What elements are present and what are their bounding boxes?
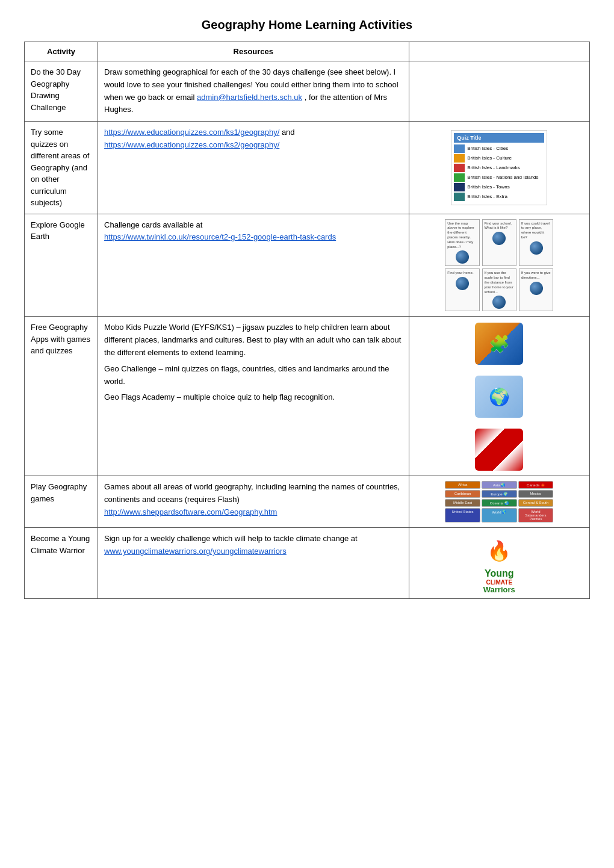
earth-card-2: Find your school. What is it like? — [482, 219, 516, 267]
email-link-1[interactable]: admin@hartsfield.herts.sch.uk — [197, 93, 302, 102]
activity-cell-6: Become a Young Climate Warrior — [25, 528, 98, 599]
table-row: Free Geography Apps with games and quizz… — [25, 317, 590, 476]
activity-label-1: Do the 30 Day Geography Drawing Challeng… — [31, 67, 81, 112]
earth-card-1: Use the map above to explore the differe… — [445, 219, 479, 267]
young-warriors-logo: 🔥 Young CLIMATE Warriors — [415, 533, 583, 594]
warrior-link[interactable]: www.youngclimatewarriors.org/youngclimat… — [104, 547, 287, 556]
table-row: Try some quizzes on different areas of G… — [25, 122, 590, 214]
image-cell-earth: Use the map above to explore the differe… — [409, 214, 589, 317]
image-cell-warrior: 🔥 Young CLIMATE Warriors — [409, 528, 589, 599]
activity-label-3: Explore Google Earth — [31, 220, 85, 241]
sheppard-world: World 🌎 — [482, 508, 517, 522]
earth-cards-image: Use the map above to explore the differe… — [445, 219, 553, 312]
quiz-url-1[interactable]: https://www.educationquizzes.com/ks1/geo… — [104, 128, 279, 137]
flags-image — [475, 429, 523, 471]
image-cell-apps — [409, 317, 589, 476]
yw-warriors-text: Warriors — [483, 586, 515, 594]
quiz-mockup-image: Quiz Title British Isles - Cities Britis… — [451, 130, 547, 205]
activity-label-6: Become a Young Climate Warrior — [31, 534, 90, 555]
resources-cell-6: Sign up for a weekly challenge which wil… — [98, 528, 409, 599]
sheppard-central: Central & South — [518, 499, 554, 507]
sheppard-asia: Asia 🌏 — [482, 481, 517, 489]
earth-text-3: Challenge cards available at — [104, 220, 202, 229]
activity-cell-2: Try some quizzes on different areas of G… — [25, 122, 98, 214]
activity-cell-1: Do the 30 Day Geography Drawing Challeng… — [25, 61, 98, 122]
quiz-title-bar: Quiz Title — [454, 133, 544, 143]
activity-cell-5: Play Geography games — [25, 476, 98, 528]
sheppard-link[interactable]: http://www.sheppardsoftware.com/Geograph… — [104, 507, 277, 516]
earth-card-6: If you were to give directions... — [519, 268, 553, 311]
quiz-link-1: https://www.educationquizzes.com/ks1/geo… — [104, 128, 295, 137]
earth-card-5: If you use the scale bar to find the dis… — [482, 268, 516, 311]
image-cell-quiz: Quiz Title British Isles - Cities Britis… — [409, 122, 589, 214]
page-title: Geography Home Learning Activities — [24, 18, 590, 32]
earth-card-4: Find your home. — [445, 268, 479, 311]
sheppard-europe: Europe 🌍 — [482, 490, 517, 498]
header-image — [409, 42, 589, 61]
mobo-app-image — [475, 323, 523, 365]
resources-cell-1: Draw something geographical for each of … — [98, 61, 409, 122]
yw-young-text: Young — [485, 569, 514, 578]
activity-cell-4: Free Geography Apps with games and quizz… — [25, 317, 98, 476]
resources-cell-3: Challenge cards available at https://www… — [98, 214, 409, 317]
table-row: Play Geography games Games about all are… — [25, 476, 590, 528]
resources-cell-2: https://www.educationquizzes.com/ks1/geo… — [98, 122, 409, 214]
sheppard-united: United States — [445, 508, 480, 522]
resources-text-1: Draw something geographical for each of … — [104, 67, 398, 114]
quiz-row-2: British Isles - Culture — [454, 154, 544, 163]
geo-challenge-image — [475, 376, 523, 418]
apps-para-2: Geo Challenge – mini quizzes on flags, c… — [104, 363, 402, 388]
table-row: Explore Google Earth Challenge cards ava… — [25, 214, 590, 317]
sheppard-caribbean: Caribbean — [445, 490, 480, 498]
activity-label-5: Play Geography games — [31, 482, 87, 503]
activity-cell-3: Explore Google Earth — [25, 214, 98, 317]
sheppard-africa: Africa — [445, 481, 480, 489]
image-cell-sheppard: Africa Asia 🌏 Canada 🍁 Caribbean Europe … — [409, 476, 589, 528]
warrior-text-6: Sign up for a weekly challenge which wil… — [104, 534, 358, 543]
quiz-row-4: British Isles - Nations and Islands — [454, 173, 544, 182]
earth-link-3[interactable]: https://www.twinkl.co.uk/resource/t2-g-1… — [104, 232, 336, 241]
sheppard-oceania: Oceania 🌏 — [482, 499, 517, 507]
sheppard-mexico: Mexico — [518, 490, 554, 498]
resources-cell-4: Mobo Kids Puzzle World (EYFS/KS1) – jigs… — [98, 317, 409, 476]
sheppard-mockup: Africa Asia 🌏 Canada 🍁 Caribbean Europe … — [445, 481, 553, 522]
sheppard-middle: Middle East — [445, 499, 480, 507]
apps-para-1: Mobo Kids Puzzle World (EYFS/KS1) – jigs… — [104, 321, 402, 359]
sheppard-puzzle: World Salamanders Puzzles — [518, 508, 554, 522]
quiz-row-3: British Isles - Landmarks — [454, 164, 544, 172]
header-resources: Resources — [98, 42, 409, 61]
quiz-row-5: British Isles - Towns — [454, 183, 544, 191]
table-row: Become a Young Climate Warrior Sign up f… — [25, 528, 590, 599]
apps-para-3: Geo Flags Academy – multiple choice quiz… — [104, 391, 402, 404]
quiz-row-6: British Isles - Extra — [454, 193, 544, 201]
quiz-url-2[interactable]: https://www.educationquizzes.com/ks2/geo… — [104, 140, 279, 149]
earth-card-3: If you could travel to any place, where … — [519, 219, 553, 267]
activity-label-4: Free Geography Apps with games and quizz… — [31, 323, 90, 355]
image-cell-1 — [409, 61, 589, 122]
sheppard-canada: Canada 🍁 — [518, 481, 554, 489]
yw-logo-graphic: 🔥 — [478, 533, 520, 569]
resources-cell-5: Games about all areas of world geography… — [98, 476, 409, 528]
quiz-row-1: British Isles - Cities — [454, 144, 544, 153]
activity-label-2: Try some quizzes on different areas of G… — [31, 128, 89, 207]
header-activity: Activity — [25, 42, 98, 61]
table-row: Do the 30 Day Geography Drawing Challeng… — [25, 61, 590, 122]
games-text-5: Games about all areas of world geography… — [104, 482, 400, 504]
